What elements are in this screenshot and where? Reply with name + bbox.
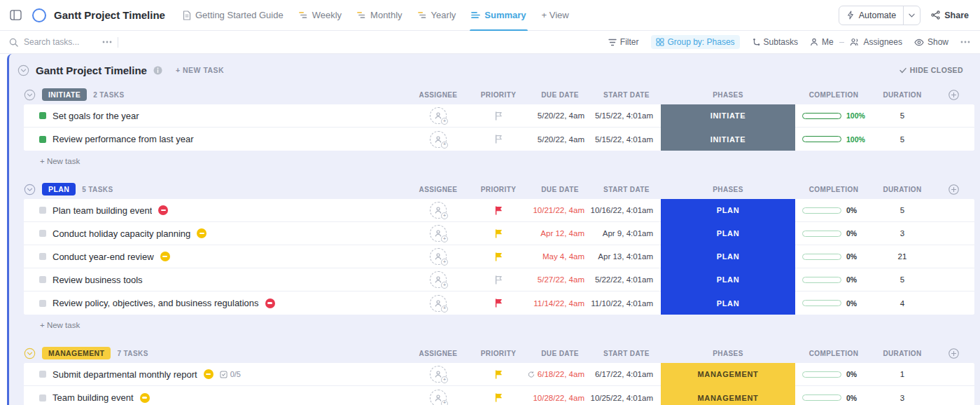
priority-cell[interactable] (469, 393, 528, 402)
automate-button[interactable]: Automate (839, 6, 904, 25)
task-name[interactable]: Submit departmental monthly report (52, 369, 197, 380)
collapse-view-chevron-icon[interactable] (18, 64, 29, 76)
task-row[interactable]: Plan team building event10/21/22, 4am10/… (24, 199, 974, 222)
group-badge[interactable]: INITIATE (42, 88, 87, 101)
filter-button[interactable]: Filter (608, 37, 639, 47)
phase-cell[interactable]: INITIATE (661, 128, 795, 151)
column-header[interactable]: DUE DATE (528, 186, 592, 193)
due-date-cell[interactable]: 5/20/22, 4am (528, 135, 592, 144)
column-header[interactable]: START DATE (592, 186, 661, 193)
task-name[interactable]: Set goals for the year (52, 111, 139, 121)
start-date-cell[interactable]: Apr 9, 4:01am (592, 229, 661, 238)
start-date-cell[interactable]: 5/22/22, 4:01am (592, 275, 661, 284)
search-more-icon[interactable] (102, 41, 112, 43)
task-checklist[interactable]: 0/5 (220, 370, 241, 378)
task-name[interactable]: Plan team building event (52, 205, 152, 216)
tab-summary[interactable]: Summary (463, 0, 533, 31)
column-header[interactable]: START DATE (592, 91, 661, 99)
phase-cell[interactable]: PLAN (661, 245, 795, 268)
group-badge[interactable]: PLAN (42, 183, 76, 195)
priority-cell[interactable] (469, 252, 528, 261)
column-header[interactable]: ASSIGNEE (407, 350, 469, 357)
start-date-cell[interactable]: 11/10/22, 4:01am (592, 299, 661, 308)
column-header[interactable]: ASSIGNEE (407, 186, 469, 193)
task-name[interactable]: Review policy, objectives, and business … (52, 298, 259, 308)
phase-cell[interactable]: PLAN (661, 199, 795, 221)
share-button[interactable]: Share (931, 11, 969, 20)
sidebar-toggle-icon[interactable] (10, 10, 22, 20)
column-header[interactable]: PRIORITY (469, 350, 528, 357)
priority-cell[interactable] (469, 135, 528, 144)
assignee-avatar[interactable] (430, 131, 447, 148)
phase-cell[interactable]: INITIATE (661, 104, 795, 127)
search-tasks[interactable] (9, 37, 112, 47)
assignee-avatar[interactable] (430, 107, 447, 124)
start-date-cell[interactable]: Apr 13, 4:01am (592, 252, 661, 261)
start-date-cell[interactable]: 5/15/22, 4:01am (592, 111, 661, 120)
column-header[interactable]: DURATION (872, 91, 932, 99)
column-header[interactable]: DUE DATE (528, 350, 592, 357)
task-row[interactable]: Set goals for the year5/20/22, 4am5/15/2… (24, 104, 974, 128)
assignees-button[interactable]: Assignees (850, 37, 902, 47)
priority-cell[interactable] (469, 370, 528, 379)
assignee-avatar[interactable] (430, 366, 447, 383)
phase-cell[interactable]: MANAGEMENT (661, 363, 795, 385)
assignee-avatar[interactable] (430, 390, 447, 405)
column-header[interactable]: START DATE (592, 350, 661, 357)
assignee-avatar[interactable] (430, 202, 447, 219)
start-date-cell[interactable]: 6/17/22, 4:01am (592, 370, 661, 378)
add-column-button[interactable] (932, 348, 974, 359)
column-header[interactable]: DURATION (872, 186, 932, 193)
column-header[interactable]: COMPLETION (795, 350, 872, 357)
task-row[interactable]: Submit departmental monthly report0/56/1… (24, 363, 974, 386)
info-icon[interactable] (153, 66, 162, 75)
phase-cell[interactable]: PLAN (661, 268, 795, 291)
assignee-avatar[interactable] (430, 225, 447, 242)
due-date-cell[interactable]: Apr 12, 4am (528, 229, 592, 238)
priority-cell[interactable] (469, 229, 528, 238)
new-task-button[interactable]: + NEW TASK (176, 66, 224, 74)
due-date-cell[interactable]: 5/27/22, 4am (528, 275, 592, 284)
hide-closed-button[interactable]: HIDE CLOSED (899, 66, 963, 74)
group-collapse-button[interactable] (24, 184, 36, 195)
task-status-checkbox[interactable] (39, 371, 46, 378)
tab-getting-started-guide[interactable]: Getting Started Guide (175, 0, 291, 31)
column-header[interactable]: COMPLETION (795, 186, 872, 193)
column-header[interactable]: COMPLETION (795, 91, 872, 99)
assignee-avatar[interactable] (430, 295, 447, 312)
task-name[interactable]: Conduct holiday capacity planning (52, 228, 190, 239)
task-status-checkbox[interactable] (39, 253, 46, 260)
toolbar-more-icon[interactable] (960, 41, 970, 43)
priority-cell[interactable] (469, 111, 528, 121)
column-header[interactable]: PHASES (661, 91, 795, 99)
space-logo[interactable] (32, 8, 46, 22)
task-name[interactable]: Conduct year-end review (52, 252, 154, 262)
task-row[interactable]: Review business tools5/27/22, 4am5/22/22… (24, 268, 974, 291)
column-header[interactable]: PRIORITY (469, 91, 528, 99)
column-header[interactable]: DUE DATE (528, 91, 592, 99)
phase-cell[interactable]: PLAN (661, 222, 795, 245)
task-row[interactable]: Conduct holiday capacity planningApr 12,… (24, 222, 974, 245)
assignee-avatar[interactable] (430, 248, 447, 265)
task-name[interactable]: Review performance from last year (52, 134, 194, 144)
task-status-checkbox[interactable] (39, 230, 46, 237)
column-header[interactable]: DURATION (872, 350, 932, 357)
task-row[interactable]: Team building event10/28/22, 4am10/25/22… (24, 386, 974, 405)
assignee-avatar[interactable] (430, 271, 447, 288)
tab-weekly[interactable]: Weekly (291, 0, 349, 31)
phase-cell[interactable]: PLAN (661, 291, 795, 315)
column-header[interactable]: PHASES (661, 350, 795, 357)
column-header[interactable]: PHASES (661, 186, 795, 193)
priority-cell[interactable] (469, 275, 528, 284)
start-date-cell[interactable]: 10/25/22, 4:01am (592, 394, 661, 402)
add-column-button[interactable] (932, 184, 974, 195)
group-by-button[interactable]: Group by: Phases (651, 35, 740, 49)
add-task-button[interactable]: + New task (24, 151, 974, 171)
add-task-button[interactable]: + New task (24, 315, 974, 335)
task-status-checkbox[interactable] (39, 136, 46, 143)
due-date-cell[interactable]: May 4, 4am (528, 252, 592, 261)
show-button[interactable]: Show (914, 37, 948, 47)
group-collapse-button[interactable] (24, 89, 36, 101)
tab-yearly[interactable]: Yearly (410, 0, 464, 31)
subtasks-button[interactable]: Subtasks (752, 37, 798, 47)
